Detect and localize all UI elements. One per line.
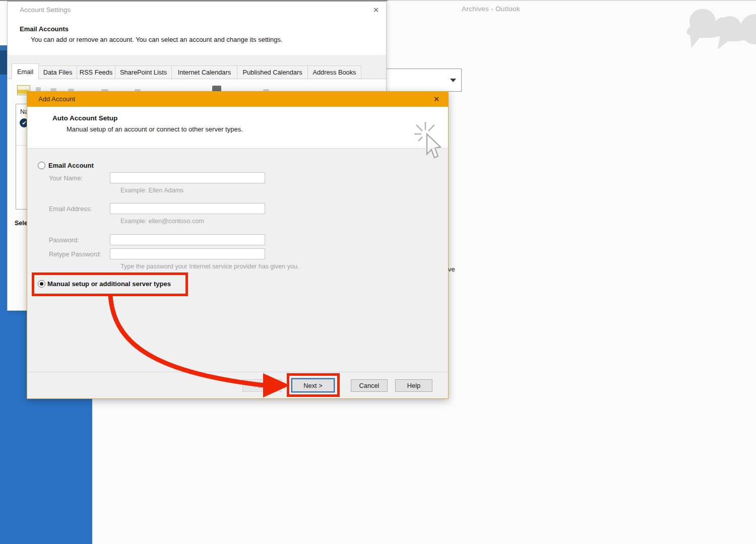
account-settings-title: Account Settings xyxy=(20,6,71,14)
screen: Archives - Outlook ve Account Settings ✕… xyxy=(0,0,756,544)
email-address-label: Email Address: xyxy=(49,205,92,213)
your-name-hint: Example: Ellen Adams xyxy=(120,187,183,194)
cloud-watermark-icon xyxy=(671,0,756,81)
next-button[interactable]: Next > xyxy=(291,378,335,392)
auto-account-setup-title: Auto Account Setup xyxy=(52,114,117,122)
back-button[interactable]: < Back xyxy=(242,379,282,392)
chevron-down-icon xyxy=(450,79,456,82)
add-account-titlebar xyxy=(27,92,448,107)
tab-sharepoint-lists[interactable]: SharePoint Lists xyxy=(115,65,172,79)
tab-data-files[interactable]: Data Files xyxy=(39,65,77,79)
retype-password-input[interactable] xyxy=(110,248,265,259)
add-account-dialog: Add Account ✕ Auto Account Setup Manual … xyxy=(27,91,449,399)
retype-password-hint: Type the password your Internet service … xyxy=(120,263,299,270)
help-button[interactable]: Help xyxy=(395,379,432,392)
add-account-title: Add Account xyxy=(38,95,75,103)
outlook-nav-pane-strip xyxy=(0,45,7,310)
settings-tab-strip: Email Data Files RSS Feeds SharePoint Li… xyxy=(12,63,361,79)
mailbox-dropdown[interactable] xyxy=(386,69,462,92)
divider xyxy=(27,148,448,149)
dialog-header: Auto Account Setup Manual setup of an ac… xyxy=(27,107,448,148)
email-account-radio-label[interactable]: Email Account xyxy=(48,162,94,169)
tab-address-books[interactable]: Address Books xyxy=(308,65,361,79)
background-text-fragment: ve xyxy=(448,265,455,273)
close-icon[interactable]: ✕ xyxy=(431,94,442,104)
outlook-window-title: Archives - Outlook xyxy=(462,5,520,13)
tab-email[interactable]: Email xyxy=(12,63,39,79)
password-label: Password: xyxy=(49,236,79,244)
manual-setup-radio[interactable] xyxy=(38,280,45,288)
cancel-button[interactable]: Cancel xyxy=(351,379,388,392)
auto-account-setup-subtitle: Manual setup of an account or connect to… xyxy=(67,125,243,133)
retype-password-label: Retype Password: xyxy=(49,250,101,258)
email-accounts-heading: Email Accounts xyxy=(20,25,69,33)
tab-rss-feeds[interactable]: RSS Feeds xyxy=(77,65,115,79)
your-name-input[interactable] xyxy=(110,172,265,183)
email-account-radio[interactable] xyxy=(38,162,45,169)
close-icon[interactable]: ✕ xyxy=(371,5,381,15)
click-cursor-icon xyxy=(413,120,444,163)
select-account-text-fragment: Sele xyxy=(15,220,28,227)
tab-published-calendars[interactable]: Published Calendars xyxy=(237,65,308,79)
divider xyxy=(27,372,448,372)
manual-setup-radio-label[interactable]: Manual setup or additional server types xyxy=(47,280,171,288)
password-input[interactable] xyxy=(110,234,265,245)
toolbar-icon-fragment xyxy=(36,87,41,91)
tab-internet-calendars[interactable]: Internet Calendars xyxy=(172,65,237,79)
email-accounts-description: You can add or remove an account. You ca… xyxy=(31,36,283,43)
email-address-input[interactable] xyxy=(110,203,265,214)
your-name-label: Your Name: xyxy=(49,174,83,182)
window-top-edge xyxy=(388,0,756,1)
email-address-hint: Example: ellen@contoso.com xyxy=(120,218,204,225)
